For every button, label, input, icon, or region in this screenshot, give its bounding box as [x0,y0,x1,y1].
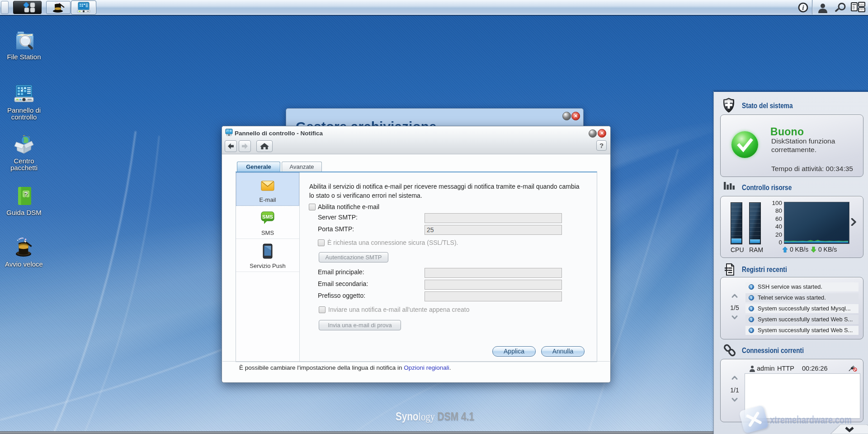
svg-text:SMS: SMS [262,214,273,219]
svg-text:?: ? [24,191,28,198]
svg-text:i: i [802,5,804,11]
